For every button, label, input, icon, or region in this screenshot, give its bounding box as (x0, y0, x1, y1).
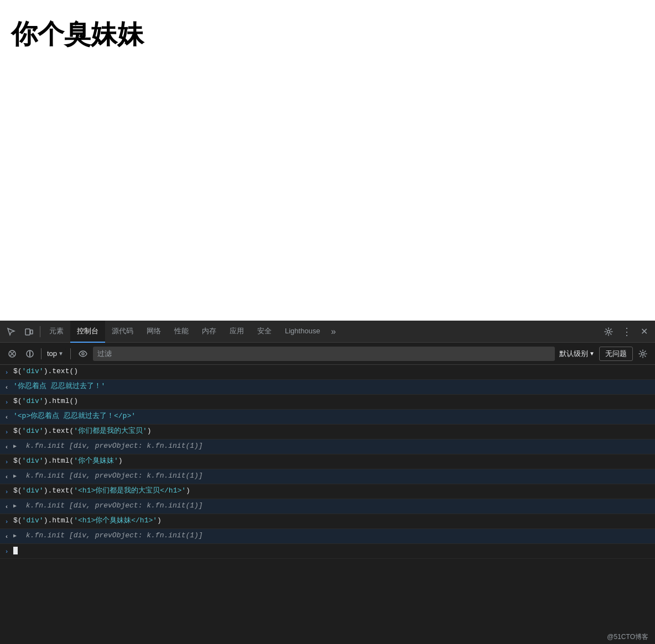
svg-rect-0 (25, 329, 30, 335)
console-line[interactable]: ‹ '你忍着点 忍忍就过去了！' (0, 380, 655, 395)
clear-console-icon[interactable] (4, 346, 20, 362)
output-arrow: ‹ (2, 442, 11, 452)
page-content: 你个臭妹妹 (0, 0, 655, 321)
console-input-text: $('div').html('你个臭妹妹') (13, 456, 651, 466)
tab-application[interactable]: 应用 (223, 321, 251, 343)
device-toolbar-icon[interactable] (20, 323, 38, 341)
page-title: 你个臭妹妹 (11, 17, 644, 52)
console-output-text: ▶ k.fn.init [div, prevObject: k.fn.init(… (13, 531, 651, 541)
tab-memory[interactable]: 内存 (195, 321, 223, 343)
log-level-selector[interactable]: 默认级别 ▼ (557, 348, 597, 360)
output-arrow: ‹ (2, 383, 11, 392)
svg-point-7 (642, 352, 644, 355)
input-arrow: › (2, 427, 11, 437)
input-arrow: › (2, 517, 11, 527)
input-arrow: › (2, 487, 11, 497)
output-arrow: ‹ (2, 412, 11, 422)
console-input-text: $('div').text('你们都是我的大宝贝') (13, 426, 651, 436)
tab-performance[interactable]: 性能 (168, 321, 195, 343)
select-element-icon[interactable] (2, 323, 20, 341)
console-output-text: ▶ k.fn.init [div, prevObject: k.fn.init(… (13, 501, 651, 511)
console-input-text: $('div').html('<h1>你个臭妹妹</h1>') (13, 516, 651, 526)
console-line[interactable]: › $('div').text('你们都是我的大宝贝') (0, 425, 655, 439)
toolbar-divider2 (70, 348, 71, 359)
input-arrow: › (2, 547, 11, 557)
console-cursor[interactable] (13, 546, 651, 556)
console-line[interactable]: › $('div').text() (0, 365, 655, 380)
console-line[interactable]: ‹ ▶ k.fn.init [div, prevObject: k.fn.ini… (0, 469, 655, 484)
console-output-text: ▶ k.fn.init [div, prevObject: k.fn.init(… (13, 441, 651, 451)
console-input-text: $('div').text('<h1>你们都是我的大宝贝</h1>') (13, 486, 651, 496)
console-output-text: ▶ k.fn.init [div, prevObject: k.fn.init(… (13, 471, 651, 481)
devtools-panel: 元素 控制台 源代码 网络 性能 内存 应用 安全 Lighthouse » (0, 321, 655, 644)
tab-console[interactable]: 控制台 (70, 321, 105, 343)
console-settings-icon[interactable] (635, 346, 651, 362)
eye-icon[interactable] (75, 346, 91, 362)
console-line[interactable]: ‹ '<p>你忍着点 忍忍就过去了！</p>' (0, 410, 655, 425)
input-arrow: › (2, 368, 11, 378)
top-context-selector[interactable]: top ▼ (45, 348, 66, 359)
console-line[interactable]: › $('div').text('<h1>你们都是我的大宝贝</h1>') (0, 484, 655, 499)
console-active-input[interactable]: › (0, 544, 655, 559)
console-output-text: '你忍着点 忍忍就过去了！' (13, 381, 651, 391)
tab-sources[interactable]: 源代码 (105, 321, 140, 343)
console-input-text: $('div').text() (13, 366, 651, 376)
output-arrow: ‹ (2, 472, 11, 482)
settings-icon[interactable] (600, 323, 617, 341)
console-input-text: $('div').html() (13, 396, 651, 406)
output-arrow: ‹ (2, 532, 11, 542)
input-arrow: › (2, 457, 11, 467)
console-line[interactable]: ‹ ▶ k.fn.init [div, prevObject: k.fn.ini… (0, 529, 655, 544)
filter-input[interactable] (93, 347, 555, 361)
output-arrow: ‹ (2, 502, 11, 512)
svg-point-2 (607, 330, 610, 333)
watermark: @51CTO博客 (600, 630, 655, 644)
console-output-text: '<p>你忍着点 忍忍就过去了！</p>' (13, 411, 651, 421)
tab-divider (40, 326, 40, 337)
devtools-tab-bar: 元素 控制台 源代码 网络 性能 内存 应用 安全 Lighthouse » (0, 321, 655, 343)
console-toolbar: top ▼ 默认级别 ▼ 无问题 (0, 343, 655, 365)
svg-point-6 (82, 353, 84, 355)
close-devtools-icon[interactable]: ✕ (635, 323, 653, 341)
console-line[interactable]: › $('div').html('<h1>你个臭妹妹</h1>') (0, 514, 655, 529)
tab-security[interactable]: 安全 (251, 321, 278, 343)
more-tabs-button[interactable]: » (327, 323, 340, 341)
toolbar-divider (41, 348, 41, 359)
svg-rect-1 (30, 330, 33, 334)
console-line[interactable]: ‹ ▶ k.fn.init [div, prevObject: k.fn.ini… (0, 439, 655, 454)
console-output: › $('div').text() ‹ '你忍着点 忍忍就过去了！' › $('… (0, 365, 655, 644)
more-options-icon[interactable]: ⋮ (617, 323, 635, 341)
tab-lighthouse[interactable]: Lighthouse (278, 321, 327, 343)
tab-network[interactable]: 网络 (140, 321, 168, 343)
tab-elements[interactable]: 元素 (43, 321, 70, 343)
no-issues-button[interactable]: 无问题 (599, 347, 633, 361)
input-arrow: › (2, 397, 11, 407)
stop-recording-icon[interactable] (22, 346, 38, 362)
console-line[interactable]: ‹ ▶ k.fn.init [div, prevObject: k.fn.ini… (0, 499, 655, 514)
console-line[interactable]: › $('div').html() (0, 395, 655, 410)
console-line[interactable]: › $('div').html('你个臭妹妹') (0, 454, 655, 469)
